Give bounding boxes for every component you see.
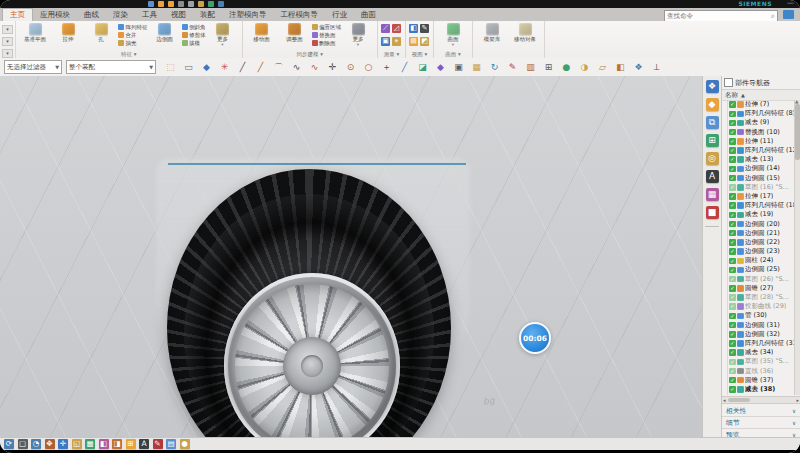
midpoint-icon[interactable]: ╱	[254, 61, 267, 74]
tree-row[interactable]: ✓直线 (36)	[722, 366, 795, 375]
cart-icon[interactable]: ▥	[524, 61, 537, 74]
shaded-solid-icon[interactable]: ◆	[200, 61, 213, 74]
immersive-icon[interactable]: ◩	[420, 37, 429, 46]
show-hide-icon[interactable]: ◧	[409, 24, 418, 33]
sort-ascending-icon[interactable]: ▲	[741, 92, 745, 98]
tab-render[interactable]: 渲染	[106, 8, 135, 21]
scrollbar-thumb[interactable]	[728, 398, 750, 402]
checkbox-icon[interactable]: ✓	[729, 202, 736, 209]
checkbox-icon[interactable]: ✓	[729, 147, 736, 154]
datum-csys-icon[interactable]: ⟂	[650, 61, 663, 74]
tree-row[interactable]: ✓拉伸 (17)	[722, 192, 795, 201]
marquee-select-icon[interactable]: ⬚	[164, 61, 177, 74]
checkbox-icon[interactable]: ✓	[729, 377, 736, 384]
tab-mold-wizard[interactable]: 注塑模向导	[222, 8, 274, 21]
ribbon-button[interactable]: 替换面	[312, 31, 342, 39]
fit-window-icon[interactable]: ▢	[18, 439, 28, 449]
assembly-navigator-icon[interactable]: ❖	[706, 80, 719, 93]
ribbon-button[interactable]: 更多▾	[207, 22, 239, 46]
checkbox-icon[interactable]: ✓	[729, 193, 736, 200]
ribbon-button[interactable]: 调整面	[279, 22, 311, 43]
horizontal-scrollbar[interactable]: ◂ ▸	[722, 396, 800, 404]
checkbox-icon[interactable]: ✓	[729, 386, 736, 393]
curve-point-icon[interactable]: ∿	[308, 61, 321, 74]
ribbon-button[interactable]: 修剪体	[182, 31, 206, 39]
layer-settings-icon[interactable]: ▤	[409, 37, 418, 46]
snap-point-icon[interactable]: ✳	[218, 61, 231, 74]
ribbon-button[interactable]: 删除面	[312, 39, 342, 47]
tree-row[interactable]: ✓边倒圆 (31)	[722, 321, 795, 330]
tree-row[interactable]: ✓边倒圆 (22)	[722, 238, 795, 247]
checkbox-icon[interactable]: ✓	[729, 111, 736, 118]
tab-curve[interactable]: 曲线	[77, 8, 106, 21]
layers-icon[interactable]: ▤	[166, 439, 176, 449]
tree-row[interactable]: ✓投影曲线 (29)	[722, 302, 795, 311]
tree-row[interactable]: ✓圆锥 (27)	[722, 284, 795, 293]
checkbox-icon[interactable]: ✓	[729, 359, 736, 366]
checkbox-icon[interactable]: ✓	[729, 267, 736, 274]
system-materials-icon[interactable]: ▦	[706, 188, 719, 201]
ribbon-button[interactable]: 移动面	[246, 22, 278, 43]
ribbon-button[interactable]: 拔模	[182, 39, 206, 47]
tree-row[interactable]: ✓草图 (16) "S...	[722, 183, 795, 192]
ribbon-button[interactable]: 阵列特征	[118, 23, 148, 31]
move-copy-icon[interactable]: ▱	[596, 61, 609, 74]
shaded-sphere-icon[interactable]: ●	[560, 61, 573, 74]
ribbon-button[interactable]: 曲面▾	[437, 22, 469, 46]
arc-center-icon[interactable]: ⊙	[344, 61, 357, 74]
palette-icon[interactable]: ❖	[632, 61, 645, 74]
web-browser-icon[interactable]: A	[706, 170, 719, 183]
checkbox-icon[interactable]: ✓	[729, 166, 736, 173]
checkbox-icon[interactable]: ✓	[729, 239, 736, 246]
ribbon-button[interactable]: 抽壳	[118, 39, 148, 47]
ribbon-button[interactable]: 倒斜角	[182, 23, 206, 31]
tab-surface[interactable]: 曲面	[354, 8, 383, 21]
ribbon-button[interactable]: 更多▾	[342, 22, 374, 46]
tree-row[interactable]: ✓圆柱 (24)	[722, 256, 795, 265]
tab-industry[interactable]: 行业	[325, 8, 354, 21]
ribbon-options-button[interactable]	[783, 10, 794, 19]
menu-launcher-button[interactable]: ▾	[2, 49, 13, 58]
tab-tools[interactable]: 工具	[135, 8, 164, 21]
perspective-icon[interactable]: ◱	[72, 439, 82, 449]
tree-row[interactable]: ✓边倒圆 (21)	[722, 229, 795, 238]
tree-row[interactable]: ✓拉伸 (11)	[722, 137, 795, 146]
tree-row[interactable]: ✓减去 (34)	[722, 348, 795, 357]
section-details[interactable]: 细节∨	[722, 417, 800, 429]
ribbon-button[interactable]: 合并	[118, 31, 148, 39]
render-style-icon[interactable]: ◧	[99, 439, 109, 449]
point-plus-icon[interactable]: ＋	[380, 61, 393, 74]
point-on-line-icon[interactable]: ╱	[398, 61, 411, 74]
endpoint-icon[interactable]: ╱	[236, 61, 249, 74]
ribbon-button[interactable]: 模架库	[476, 22, 508, 43]
tree-row[interactable]: ✓阵列几何特征 (18)	[722, 201, 795, 210]
checkbox-icon[interactable]: ✓	[729, 313, 736, 320]
hd3d-tools-icon[interactable]: ◎	[706, 152, 719, 165]
tree-row[interactable]: ✓减去 (38)	[722, 385, 795, 394]
pmi-icon[interactable]: ✎	[153, 439, 163, 449]
tree-row[interactable]: ✓减去 (19)	[722, 210, 795, 219]
undo-icon[interactable]	[158, 1, 164, 7]
checkbox-icon[interactable]: ✓	[729, 285, 736, 292]
selection-filter-dropdown[interactable]: 无选择过滤器▼	[4, 60, 62, 74]
orbit-icon[interactable]: ↻	[488, 61, 501, 74]
tab-progressive-die-wizard[interactable]: 工程模向导	[274, 8, 326, 21]
checkbox-icon[interactable]: ✓	[729, 368, 736, 375]
ribbon-button[interactable]: 孔	[85, 22, 117, 43]
tab-home[interactable]: 主页	[2, 8, 33, 21]
checkbox-icon[interactable]: ✓	[729, 258, 736, 265]
checkbox-icon[interactable]: ✓	[729, 248, 736, 255]
measure-angle-icon[interactable]: ◿	[392, 24, 401, 33]
measure-distance-icon[interactable]: ⟋	[381, 24, 390, 33]
face-select-icon[interactable]: ◪	[416, 61, 429, 74]
checkbox-icon[interactable]: ✓	[729, 156, 736, 163]
help-icon[interactable]	[218, 1, 224, 7]
checkbox-icon[interactable]: ✓	[729, 322, 736, 329]
rotate-view-icon[interactable]: ✥	[45, 439, 55, 449]
visibility-icon[interactable]: ◑	[578, 61, 591, 74]
annotate-icon[interactable]: ✎	[506, 61, 519, 74]
section-dependencies[interactable]: 相关性∨	[722, 405, 800, 417]
ribbon-button[interactable]: 拉伸	[52, 22, 84, 43]
select-mode-icon[interactable]: ▭	[182, 61, 195, 74]
graphics-viewport[interactable]: 00:06 bg	[0, 76, 702, 437]
